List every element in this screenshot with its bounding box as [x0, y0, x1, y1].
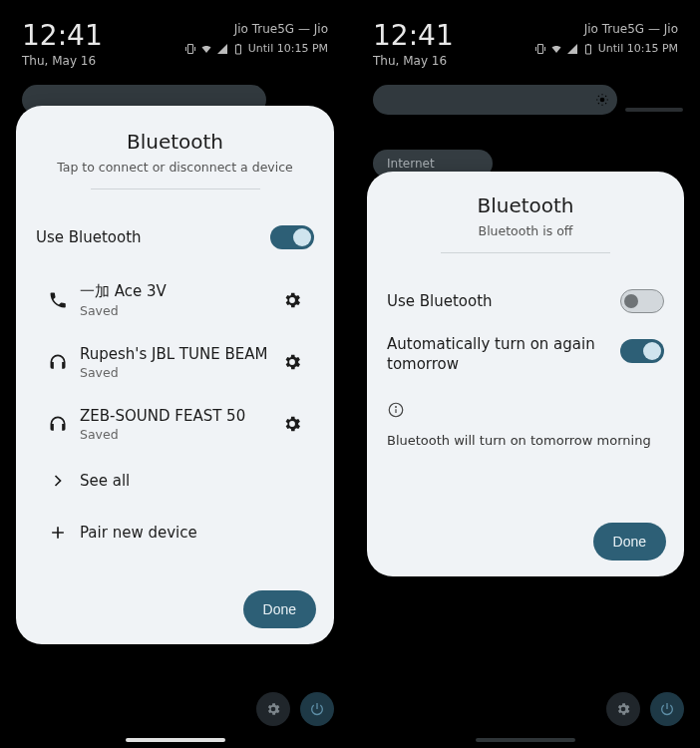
svg-point-0	[600, 98, 605, 103]
carrier-label: Jio True5G — Jio	[234, 22, 328, 36]
plus-icon	[48, 523, 68, 543]
gear-icon	[265, 701, 281, 717]
vibrate-icon	[534, 43, 546, 55]
use-bluetooth-row[interactable]: Use Bluetooth	[385, 275, 666, 327]
status-icons: Until 10:15 PM	[184, 42, 328, 55]
see-all-row[interactable]: See all	[34, 455, 316, 507]
see-all-label: See all	[80, 472, 314, 490]
device-settings-button[interactable]	[270, 352, 314, 372]
device-status: Saved	[80, 303, 270, 318]
carrier-label: Jio True5G — Jio	[584, 22, 678, 36]
settings-button[interactable]	[606, 692, 640, 726]
nav-home-pill[interactable]	[476, 738, 575, 742]
brightness-icon	[595, 93, 609, 107]
auto-on-row[interactable]: Automatically turn on again tomorrow	[385, 327, 666, 389]
pair-new-row[interactable]: Pair new device	[34, 507, 316, 559]
device-row[interactable]: ZEB-SOUND FEAST 50 Saved	[34, 393, 316, 455]
done-button[interactable]: Done	[593, 523, 666, 561]
info-text: Bluetooth will turn on tomorrow morning	[385, 423, 666, 448]
phone-right: 12:41 Thu, May 16 Jio True5G — Jio Until…	[350, 0, 700, 748]
qs-tile-label: Internet	[387, 157, 435, 171]
clock-date: Thu, May 16	[22, 54, 103, 68]
use-bluetooth-row[interactable]: Use Bluetooth	[34, 211, 316, 263]
use-bluetooth-label: Use Bluetooth	[387, 292, 620, 310]
signal-icon	[216, 43, 228, 55]
auto-on-toggle[interactable]	[620, 339, 664, 363]
headphones-icon	[48, 352, 68, 372]
battery-icon	[582, 43, 594, 55]
use-bluetooth-toggle[interactable]	[620, 289, 664, 313]
auto-on-label: Automatically turn on again tomorrow	[387, 335, 620, 374]
gear-icon	[282, 352, 302, 372]
chevron-right-icon	[48, 471, 68, 491]
phone-left: 12:41 Thu, May 16 Jio True5G — Jio Until…	[0, 0, 350, 748]
headphones-icon	[48, 414, 68, 434]
info-icon	[387, 401, 405, 419]
panel-subtitle: Tap to connect or disconnect a device	[34, 160, 316, 175]
device-name: ZEB-SOUND FEAST 50	[80, 407, 270, 425]
phone-icon	[48, 290, 68, 310]
brightness-track[interactable]	[625, 108, 683, 112]
done-button[interactable]: Done	[243, 590, 316, 628]
device-name: 一加 Ace 3V	[80, 282, 270, 301]
signal-icon	[566, 43, 578, 55]
panel-title: Bluetooth	[34, 130, 316, 154]
status-bar: 12:41 Thu, May 16 Jio True5G — Jio Until…	[351, 0, 700, 82]
panel-subtitle: Bluetooth is off	[385, 223, 666, 238]
power-button[interactable]	[300, 692, 334, 726]
divider	[91, 188, 260, 189]
device-status: Saved	[80, 427, 270, 442]
clock-date: Thu, May 16	[373, 54, 454, 68]
wifi-icon	[550, 43, 562, 55]
bluetooth-panel-on: Bluetooth Tap to connect or disconnect a…	[16, 106, 334, 644]
nav-home-pill[interactable]	[126, 738, 225, 742]
status-bar: 12:41 Thu, May 16 Jio True5G — Jio Until…	[0, 0, 350, 82]
gear-icon	[615, 701, 631, 717]
qs-footer	[606, 692, 684, 726]
power-icon	[659, 701, 675, 717]
battery-icon	[232, 43, 244, 55]
settings-button[interactable]	[256, 692, 290, 726]
device-name: Rupesh's JBL TUNE BEAM	[80, 345, 270, 363]
use-bluetooth-label: Use Bluetooth	[36, 228, 270, 246]
device-settings-button[interactable]	[270, 414, 314, 434]
power-icon	[309, 701, 325, 717]
device-row[interactable]: Rupesh's JBL TUNE BEAM Saved	[34, 331, 316, 393]
pair-new-label: Pair new device	[80, 524, 314, 542]
alarm-label: Until 10:15 PM	[248, 42, 328, 55]
wifi-icon	[200, 43, 212, 55]
panel-title: Bluetooth	[385, 193, 666, 217]
alarm-label: Until 10:15 PM	[598, 42, 678, 55]
device-status: Saved	[80, 365, 270, 380]
use-bluetooth-toggle[interactable]	[270, 225, 314, 249]
qs-tile-brightness[interactable]	[373, 85, 617, 115]
device-row[interactable]: 一加 Ace 3V Saved	[34, 269, 316, 331]
svg-point-3	[396, 407, 397, 408]
status-icons: Until 10:15 PM	[534, 42, 678, 55]
gear-icon	[282, 414, 302, 434]
divider	[441, 252, 610, 253]
qs-footer	[256, 692, 334, 726]
gear-icon	[282, 290, 302, 310]
bluetooth-panel-off: Bluetooth Bluetooth is off Use Bluetooth…	[367, 172, 684, 576]
clock-time: 12:41	[22, 22, 103, 50]
power-button[interactable]	[650, 692, 684, 726]
vibrate-icon	[184, 43, 196, 55]
device-settings-button[interactable]	[270, 290, 314, 310]
clock-time: 12:41	[373, 22, 454, 50]
info-row	[385, 397, 666, 423]
